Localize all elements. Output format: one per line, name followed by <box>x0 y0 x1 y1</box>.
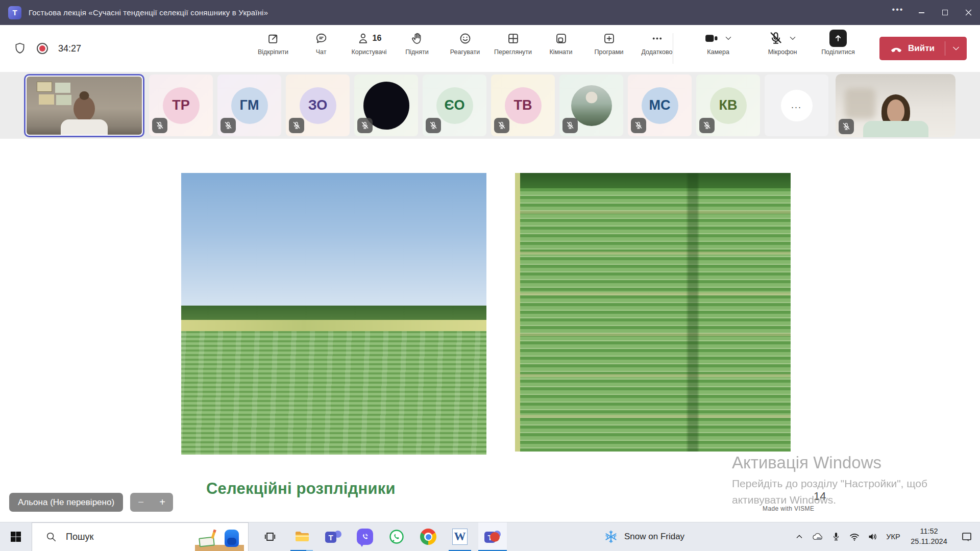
rooms-icon <box>554 30 568 47</box>
zoom-in-button[interactable]: + <box>152 493 173 512</box>
participant-tile[interactable]: КВ <box>696 74 760 136</box>
participant-tile[interactable] <box>354 74 418 136</box>
teams-app-button[interactable]: T <box>321 522 346 551</box>
microphone-tray-icon[interactable] <box>827 522 845 551</box>
shield-icon <box>13 42 27 55</box>
raise-hand-button[interactable]: Підняти <box>393 30 441 56</box>
participant-tile[interactable]: ТР <box>149 74 213 136</box>
react-smiley-icon <box>458 30 472 47</box>
field-photo-left <box>181 173 486 455</box>
search-icon <box>45 531 57 542</box>
wifi-icon[interactable] <box>845 522 864 551</box>
slide-title: Селекційні розплідники <box>206 480 396 498</box>
close-button[interactable] <box>957 0 980 25</box>
snowflake-icon <box>604 530 618 544</box>
minimize-button[interactable] <box>910 0 933 25</box>
mic-muted-icon <box>699 118 715 133</box>
participant-tile[interactable] <box>559 74 623 136</box>
shared-screen-stage: Селекційні розплідники 14 Made with VISM… <box>0 139 980 522</box>
view-button[interactable]: Переглянути <box>489 30 537 56</box>
teams-meeting-button[interactable]: T <box>478 522 507 551</box>
search-input[interactable]: Пошук <box>32 522 249 551</box>
participant-tile[interactable]: МС <box>628 74 692 136</box>
chrome-icon <box>420 529 436 545</box>
leave-label: Вийти <box>908 43 935 54</box>
title-bar: T Гостьова лекція «Сучасні тенденції сел… <box>0 0 980 25</box>
viber-icon <box>357 529 373 545</box>
mic-muted-icon <box>494 118 509 133</box>
onedrive-icon[interactable] <box>808 522 827 551</box>
notification-badge <box>490 532 500 542</box>
hang-up-icon <box>890 42 903 55</box>
file-explorer-icon <box>293 529 310 545</box>
hidden-icons-button[interactable] <box>790 522 808 551</box>
search-placeholder: Пошук <box>66 532 93 542</box>
avatar-initials: ГМ <box>231 87 268 124</box>
apps-add-icon <box>602 30 616 47</box>
participant-tile[interactable]: ГМ <box>217 74 281 136</box>
chrome-button[interactable] <box>416 522 440 551</box>
apps-button[interactable]: Програми <box>585 30 633 56</box>
mic-muted-icon <box>562 118 578 133</box>
window-title: Гостьова лекція «Сучасні тенденції селек… <box>29 8 268 17</box>
windows-logo-icon <box>10 531 22 543</box>
participant-tile[interactable]: ТВ <box>491 74 555 136</box>
more-participants-icon: ... <box>781 90 813 121</box>
camera-chevron-icon[interactable] <box>724 34 732 42</box>
teams-icon: T <box>484 529 501 545</box>
participants-button[interactable]: 16 Користувачі <box>345 30 393 56</box>
view-grid-icon <box>506 30 520 47</box>
avatar-initials: ЄО <box>436 87 473 124</box>
language-indicator[interactable]: УКР <box>882 522 904 551</box>
mic-muted-icon <box>152 118 167 133</box>
date: 25.11.2024 <box>904 537 953 547</box>
zoom-controls: − + <box>130 493 173 512</box>
participant-tile[interactable]: ЗО <box>286 74 350 136</box>
raise-hand-icon <box>410 30 424 47</box>
start-button[interactable] <box>0 522 32 551</box>
volume-icon[interactable] <box>864 522 882 551</box>
participant-tile[interactable]: ЄО <box>423 74 486 136</box>
more-actions-button[interactable]: Додатково <box>633 30 681 56</box>
file-explorer-button[interactable] <box>289 522 314 551</box>
weather-text: Snow on Friday <box>624 532 684 542</box>
clock[interactable]: 11:52 25.11.2024 <box>904 527 953 546</box>
share-icon <box>829 30 847 47</box>
teams-icon: T <box>325 529 341 545</box>
maximize-button[interactable] <box>933 0 957 25</box>
share-button[interactable]: Поділитися <box>814 30 863 56</box>
time: 11:52 <box>904 527 953 537</box>
action-center-button[interactable] <box>953 522 980 551</box>
teams-app-icon: T <box>8 6 21 19</box>
unpin-button[interactable]: Відкріпити <box>249 30 297 56</box>
camera-button[interactable]: Камера <box>690 30 746 56</box>
unpin-icon <box>266 30 280 47</box>
more-participants-tile[interactable]: ... <box>765 74 828 136</box>
whatsapp-icon <box>388 529 405 545</box>
camera-icon <box>704 31 719 46</box>
meeting-toolbar: 34:27 Відкріпити Чат <box>0 25 980 72</box>
mic-muted-icon <box>289 118 304 133</box>
viber-button[interactable] <box>353 522 377 551</box>
meeting-timer: 34:27 <box>58 43 81 54</box>
word-button[interactable]: W <box>448 522 472 551</box>
more-options-icon[interactable]: ••• <box>886 0 910 22</box>
react-button[interactable]: Реагувати <box>441 30 489 56</box>
rooms-button[interactable]: Кімнати <box>537 30 585 56</box>
task-view-button[interactable] <box>258 522 282 551</box>
field-photo-right <box>515 173 791 452</box>
task-view-icon <box>263 530 277 543</box>
weather-widget[interactable]: Snow on Friday <box>604 530 684 544</box>
chat-button[interactable]: Чат <box>297 30 345 56</box>
leave-chevron-icon[interactable] <box>945 37 967 60</box>
zoom-out-button[interactable]: − <box>130 493 152 512</box>
mic-muted-icon <box>220 118 236 133</box>
microphone-button[interactable]: Мікрофон <box>754 30 811 56</box>
avatar-initials: ТВ <box>505 87 542 124</box>
microphone-chevron-icon[interactable] <box>789 34 797 42</box>
leave-button[interactable]: Вийти <box>879 37 967 60</box>
whatsapp-button[interactable] <box>384 522 409 551</box>
self-view-video[interactable] <box>836 74 955 137</box>
ellipsis-icon <box>650 30 664 47</box>
active-speaker-video[interactable] <box>24 74 144 137</box>
